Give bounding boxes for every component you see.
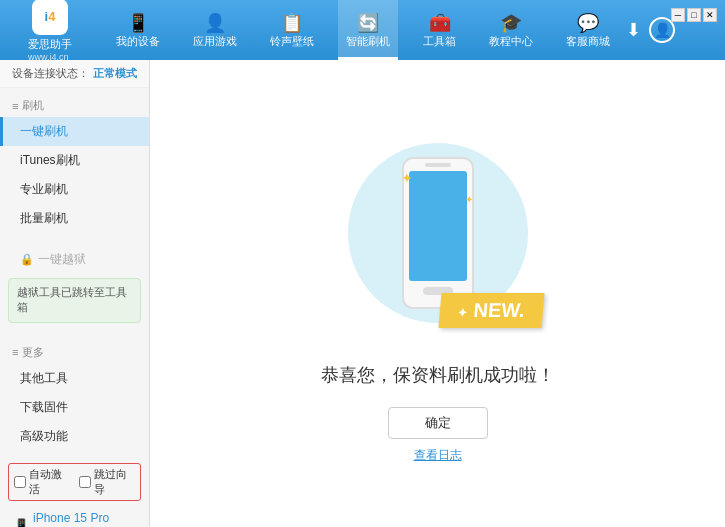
device-name: 📱 iPhone 15 Pro Max [14,511,135,527]
nav-my-device[interactable]: 📱 我的设备 [108,0,168,60]
flash-section-header: ≡ 刷机 [0,92,149,117]
nav-toolbox[interactable]: 🧰 工具箱 [415,0,464,60]
new-badge: ✦ NEW. [440,293,543,328]
toolbox-icon: 🧰 [429,12,451,34]
skip-guide-label: 跳过向导 [94,467,136,497]
auto-activate-label: 自动激活 [29,467,71,497]
smart-flash-icon: 🔄 [357,12,379,34]
success-message: 恭喜您，保资料刷机成功啦！ [321,363,555,387]
jailbreak-notice: 越狱工具已跳转至工具箱 [8,278,141,323]
apps-icon: 👤 [204,12,226,34]
flash-header-icon: ≡ [12,100,18,112]
phone-icon: 📱 [14,518,29,527]
logo-text: 爱思助手 www.i4.cn [28,37,72,62]
connection-status: 设备连接状态： 正常模式 [0,60,149,88]
svg-rect-1 [409,171,467,281]
nav-apps-games[interactable]: 👤 应用游戏 [185,0,245,60]
sidebar-pro-flash[interactable]: 专业刷机 [0,175,149,204]
maximize-button[interactable]: □ [687,8,701,22]
svg-text:✦: ✦ [465,194,473,205]
sidebar-other-tools[interactable]: 其他工具 [0,364,149,393]
flash-section: ≡ 刷机 一键刷机 iTunes刷机 专业刷机 批量刷机 [0,88,149,237]
sidebar-advanced[interactable]: 高级功能 [0,422,149,451]
auto-activate-checkbox[interactable]: 自动激活 [14,467,71,497]
skip-guide-checkbox[interactable]: 跳过向导 [79,467,136,497]
sidebar-download-firmware[interactable]: 下载固件 [0,393,149,422]
svg-rect-3 [425,163,451,167]
main-content: ✦ ✦ ✦ NEW. 恭喜您，保资料刷机成功啦！ 确定 [150,60,725,527]
sidebar-itunes-flash[interactable]: iTunes刷机 [0,146,149,175]
jailbreak-section: 🔒 一键越狱 越狱工具已跳转至工具箱 [0,241,149,331]
phone-illustration: ✦ ✦ ✦ NEW. [328,123,548,343]
my-device-icon: 📱 [127,12,149,34]
more-section-header: ≡ 更多 [0,339,149,364]
sidebar-bottom: 自动激活 跳过向导 📱 iPhone 15 Pro Max 512GB iPho… [0,455,149,527]
skip-guide-input[interactable] [79,476,91,488]
sidebar-one-click-flash[interactable]: 一键刷机 [0,117,149,146]
lock-icon: 🔒 [20,253,34,266]
nav-service[interactable]: 💬 客服商城 [558,0,618,60]
device-info: 📱 iPhone 15 Pro Max 512GB iPhone [8,507,141,527]
tutorials-icon: 🎓 [500,12,522,34]
new-badge-sparkle-left: ✦ [457,306,468,320]
view-log-link[interactable]: 查看日志 [414,447,462,464]
app-logo: i4 爱思助手 www.i4.cn [0,0,100,62]
jailbreak-section-header: 🔒 一键越狱 [0,245,149,274]
more-header-icon: ≡ [12,346,18,358]
confirm-button[interactable]: 确定 [388,407,488,439]
svg-text:✦: ✦ [401,170,413,186]
auto-activate-input[interactable] [14,476,26,488]
download-button[interactable]: ⬇ [626,19,641,41]
ringtones-icon: 📋 [281,12,303,34]
nav-tutorials[interactable]: 🎓 教程中心 [481,0,541,60]
sidebar-batch-flash[interactable]: 批量刷机 [0,204,149,233]
nav-smart-flash[interactable]: 🔄 智能刷机 [338,0,398,60]
minimize-button[interactable]: ─ [671,8,685,22]
status-mode: 正常模式 [93,66,137,81]
logo-icon: i4 [32,0,68,35]
new-badge-text: NEW. [472,299,525,321]
main-nav: 📱 我的设备 👤 应用游戏 📋 铃声壁纸 🔄 智能刷机 🧰 工具箱 🎓 [100,0,626,60]
more-section: ≡ 更多 其他工具 下载固件 高级功能 [0,335,149,455]
close-button[interactable]: ✕ [703,8,717,22]
phone-svg: ✦ ✦ [393,153,483,313]
service-icon: 💬 [577,12,599,34]
nav-ringtones[interactable]: 📋 铃声壁纸 [262,0,322,60]
